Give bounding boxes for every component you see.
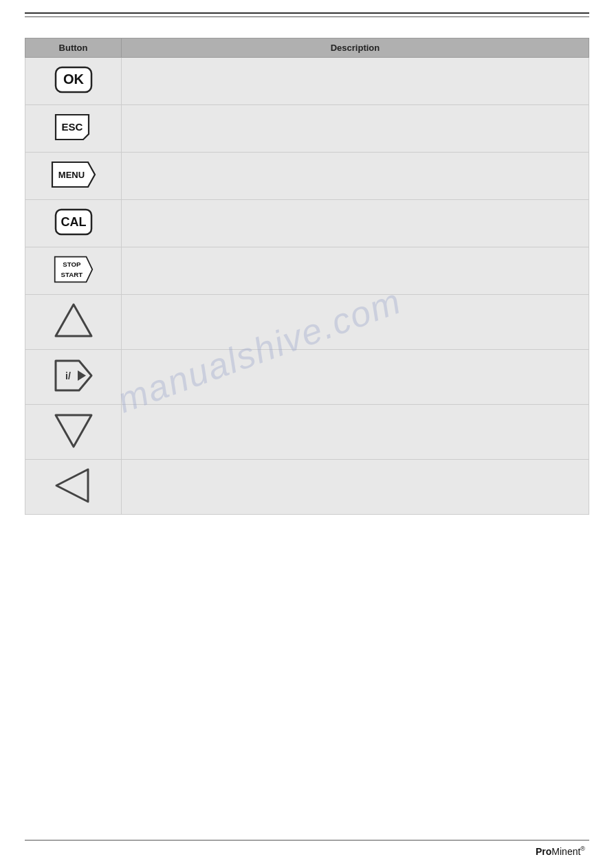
icon-cell-menu: MENU: [25, 153, 122, 200]
arrow-down-icon: [53, 412, 94, 449]
svg-marker-13: [56, 469, 88, 502]
arrow-left-icon: [53, 467, 94, 504]
table-row: OK: [25, 58, 589, 105]
icon-cell-esc: ESC: [25, 105, 122, 153]
brand-sup: ®: [580, 845, 585, 852]
icon-cell-cal: CAL: [25, 200, 122, 247]
table-row: [25, 460, 589, 515]
svg-marker-9: [56, 361, 91, 390]
esc-icon: ESC: [53, 112, 94, 142]
svg-text:i/: i/: [65, 370, 71, 381]
brand-minent: Minent: [551, 846, 580, 857]
svg-marker-11: [78, 370, 86, 381]
brand-pro: Pro: [536, 846, 551, 857]
icon-cell-arrow-up: [25, 295, 122, 350]
top-rule-thin: [25, 16, 589, 17]
ok-icon: OK: [53, 65, 94, 95]
desc-cell-cal: [122, 200, 589, 247]
cal-icon: CAL: [53, 207, 94, 237]
table-row: CAL: [25, 200, 589, 247]
icon-cell-stopstart: STOP START: [25, 247, 122, 295]
table-row: STOP START: [25, 247, 589, 295]
icon-cell-arrow-info: i/: [25, 350, 122, 405]
table-row: MENU: [25, 153, 589, 200]
table-row: [25, 295, 589, 350]
button-reference-table: Button Description OK: [25, 38, 589, 515]
desc-cell-arrow-up: [122, 295, 589, 350]
icon-cell-ok: OK: [25, 58, 122, 105]
desc-cell-menu: [122, 153, 589, 200]
desc-cell-arrow-left: [122, 460, 589, 515]
menu-icon: MENU: [50, 159, 98, 190]
col-header-description: Description: [122, 38, 589, 58]
svg-text:MENU: MENU: [58, 170, 84, 180]
icon-cell-arrow-left: [25, 460, 122, 515]
svg-text:START: START: [61, 271, 83, 278]
desc-cell-stopstart: [122, 247, 589, 295]
stopstart-icon: STOP START: [50, 254, 98, 285]
desc-cell-esc: [122, 105, 589, 153]
icon-cell-arrow-down: [25, 405, 122, 460]
top-rule-thick: [25, 12, 589, 14]
arrow-info-icon: i/: [53, 357, 94, 394]
table-row: ESC: [25, 105, 589, 153]
col-header-button: Button: [25, 38, 122, 58]
svg-text:OK: OK: [63, 71, 85, 87]
arrow-up-icon: [53, 302, 94, 340]
svg-marker-12: [56, 415, 91, 447]
brand-logo: ProMinent®: [536, 845, 585, 857]
bottom-rule: [25, 840, 589, 841]
svg-text:STOP: STOP: [63, 260, 81, 268]
svg-text:ESC: ESC: [61, 121, 83, 133]
svg-marker-8: [56, 304, 91, 336]
table-row: [25, 405, 589, 460]
desc-cell-arrow-info: [122, 350, 589, 405]
svg-text:CAL: CAL: [61, 215, 86, 229]
table-row: i/: [25, 350, 589, 405]
desc-cell-ok: [122, 58, 589, 105]
desc-cell-arrow-down: [122, 405, 589, 460]
